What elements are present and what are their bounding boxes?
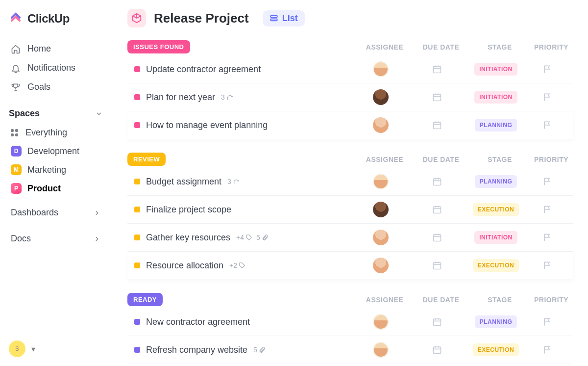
svg-rect-8	[434, 262, 441, 269]
assignee-cell[interactable]	[354, 230, 408, 245]
assignee-cell[interactable]	[354, 258, 408, 273]
sidebar-nav-home[interactable]: Home	[9, 39, 104, 58]
calendar-icon	[432, 92, 442, 102]
task-row[interactable]: New contractor agreement PLANNING	[127, 308, 573, 336]
svg-rect-7	[434, 235, 441, 241]
task-row[interactable]: Budget assignment 3 PLANNING	[127, 168, 573, 196]
due-date-cell[interactable]	[408, 233, 466, 242]
logo[interactable]: ClickUp	[9, 12, 104, 26]
flag-icon	[542, 233, 552, 242]
assignee-avatar	[373, 174, 389, 189]
priority-cell[interactable]	[525, 92, 569, 102]
status-dot[interactable]	[134, 262, 140, 268]
stage-cell[interactable]: EXECUTION	[466, 203, 525, 216]
assignee-cell[interactable]	[354, 342, 408, 358]
task-row[interactable]: Update contractor agreement INITIATION	[127, 55, 573, 83]
sidebar-everything[interactable]: Everything	[9, 124, 104, 142]
assignee-avatar	[373, 342, 389, 358]
assignee-cell[interactable]	[354, 61, 408, 77]
task-row[interactable]: How to manage event planning PLANNING	[127, 111, 573, 139]
assignee-cell[interactable]	[354, 314, 408, 330]
calendar-icon	[432, 261, 442, 270]
tag-badge: +2	[229, 261, 245, 269]
stage-cell[interactable]: EXECUTION	[466, 259, 525, 272]
stage-cell[interactable]: INITIATION	[466, 231, 525, 244]
status-dot[interactable]	[134, 207, 140, 212]
due-date-cell[interactable]	[408, 317, 466, 327]
task-row[interactable]: Finalize project scope EXECUTION	[127, 196, 573, 224]
task-row[interactable]: Plan for next year 3 INITIATION	[127, 83, 573, 111]
status-dot[interactable]	[134, 94, 140, 100]
status-dot[interactable]	[134, 319, 140, 325]
flag-icon	[542, 345, 552, 355]
calendar-icon	[432, 317, 442, 327]
task-row[interactable]: Resource allocation +2 EXECUTION	[127, 252, 573, 279]
group-label[interactable]: ISSUES FOUND	[127, 40, 190, 53]
task-group-review: REVIEW ASSIGNEE DUE DATE STAGE PRIORITY …	[127, 153, 573, 279]
assignee-avatar	[373, 314, 389, 330]
tag-icon	[245, 234, 252, 241]
priority-cell[interactable]	[525, 345, 569, 355]
priority-cell[interactable]	[525, 233, 569, 242]
svg-rect-4	[434, 122, 441, 129]
task-row[interactable]: Refresh company website 5 EXECUTION	[127, 336, 573, 364]
docs-label: Docs	[11, 234, 31, 244]
priority-cell[interactable]	[525, 261, 569, 270]
stage-cell[interactable]: EXECUTION	[466, 343, 525, 356]
sidebar-space-development[interactable]: DDevelopment	[9, 142, 104, 160]
stage-pill: INITIATION	[474, 63, 517, 76]
task-row[interactable]: Update key objectives 5 EXECUTION	[127, 364, 573, 366]
priority-cell[interactable]	[525, 205, 569, 214]
chevron-right-icon	[92, 208, 102, 218]
priority-cell[interactable]	[525, 317, 569, 327]
priority-cell[interactable]	[525, 120, 569, 130]
due-date-cell[interactable]	[408, 120, 466, 130]
status-dot[interactable]	[134, 235, 140, 240]
col-assignee: ASSIGNEE	[358, 296, 412, 304]
assignee-cell[interactable]	[354, 89, 408, 105]
status-dot[interactable]	[134, 179, 140, 184]
assignee-cell[interactable]	[354, 117, 408, 133]
status-dot[interactable]	[134, 347, 140, 353]
sidebar-space-product[interactable]: PProduct	[9, 179, 104, 198]
attachment-badge: 5	[253, 346, 266, 354]
recurring-badge: 3	[227, 178, 240, 185]
status-dot[interactable]	[134, 66, 140, 72]
stage-pill: EXECUTION	[473, 203, 519, 216]
spaces-header[interactable]: Spaces	[9, 108, 104, 119]
col-assignee: ASSIGNEE	[358, 43, 412, 51]
due-date-cell[interactable]	[408, 92, 466, 102]
stage-cell[interactable]: INITIATION	[466, 91, 525, 104]
assignee-cell[interactable]	[354, 202, 408, 217]
due-date-cell[interactable]	[408, 64, 466, 74]
priority-cell[interactable]	[525, 64, 569, 74]
stage-cell[interactable]: PLANNING	[466, 119, 525, 131]
stage-cell[interactable]: PLANNING	[466, 175, 525, 188]
view-selector[interactable]: List	[263, 10, 305, 26]
sidebar-dashboards[interactable]: Dashboards	[9, 202, 104, 224]
due-date-cell[interactable]	[408, 345, 466, 355]
sidebar-nav-goals[interactable]: Goals	[9, 78, 104, 97]
due-date-cell[interactable]	[408, 177, 466, 186]
sidebar-space-marketing[interactable]: MMarketing	[9, 160, 104, 179]
caret-down-icon: ▾	[28, 344, 38, 354]
group-label[interactable]: REVIEW	[127, 153, 166, 166]
stage-cell[interactable]: INITIATION	[466, 63, 525, 76]
task-row[interactable]: Gather key resources +4 5 INITIATION	[127, 224, 573, 252]
group-label[interactable]: READY	[127, 293, 163, 306]
status-dot[interactable]	[134, 122, 140, 128]
user-menu[interactable]: S ▾	[9, 340, 104, 357]
stage-cell[interactable]: PLANNING	[466, 315, 525, 328]
task-title: How to manage event planning	[146, 120, 268, 131]
sidebar-nav-notifications[interactable]: Notifications	[9, 58, 104, 78]
sidebar-docs[interactable]: Docs	[9, 228, 104, 250]
assignee-cell[interactable]	[354, 174, 408, 189]
priority-cell[interactable]	[525, 177, 569, 186]
due-date-cell[interactable]	[408, 205, 466, 214]
calendar-icon	[432, 64, 442, 74]
column-headers: ASSIGNEE DUE DATE STAGE PRIORITY	[358, 296, 573, 304]
due-date-cell[interactable]	[408, 261, 466, 270]
calendar-icon	[432, 205, 442, 214]
space-letter-icon: D	[11, 146, 22, 157]
stage-pill: EXECUTION	[473, 259, 519, 272]
